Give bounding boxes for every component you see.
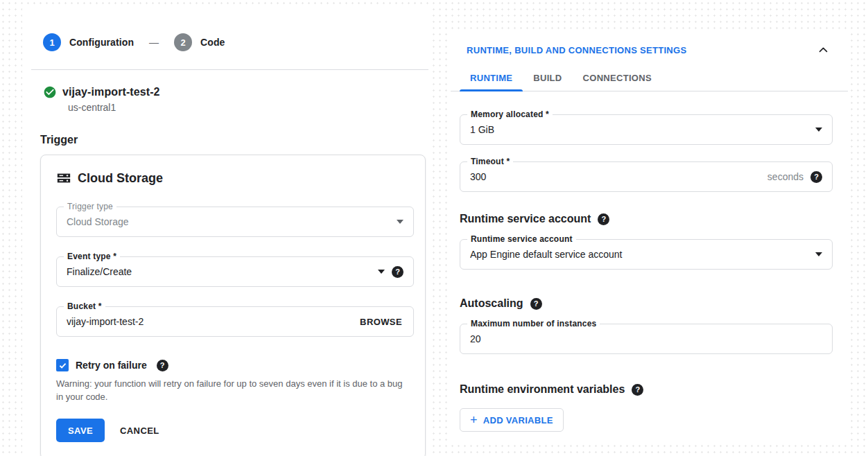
tab-runtime[interactable]: RUNTIME [460, 66, 523, 91]
trigger-actions: SAVE CANCEL [56, 419, 414, 442]
timeout-label: Timeout * [467, 157, 513, 166]
step-1-indicator[interactable]: 1 [43, 33, 61, 51]
env-variables-heading: Runtime environment variables [460, 383, 625, 396]
dropdown-arrow-icon [815, 252, 822, 256]
env-variables-section: Runtime environment variables ? [460, 383, 833, 396]
event-type-select[interactable]: Event type * Finalize/Create ? [56, 256, 414, 287]
settings-panel-body: Memory allocated * 1 GiB Timeout * secon… [451, 114, 848, 432]
bucket-field: Bucket * BROWSE [56, 306, 414, 337]
timeout-input[interactable] [470, 171, 761, 182]
step-2-indicator[interactable]: 2 [174, 33, 192, 51]
function-region: us-central1 [68, 102, 428, 113]
chevron-up-icon[interactable] [818, 45, 828, 55]
check-circle-icon [43, 85, 57, 99]
runtime-service-account-value: App Engine default service account [470, 249, 808, 260]
autoscaling-help-icon[interactable]: ? [530, 298, 542, 310]
event-type-value: Finalize/Create [67, 266, 371, 277]
retry-help-icon[interactable]: ? [157, 360, 168, 371]
trigger-card-title: Cloud Storage [78, 171, 163, 186]
retry-checkbox[interactable] [56, 359, 69, 371]
timeout-unit: seconds [767, 171, 804, 182]
timeout-help-icon[interactable]: ? [810, 171, 822, 183]
env-variables-help-icon[interactable]: ? [632, 384, 643, 396]
tab-build[interactable]: BUILD [523, 66, 572, 91]
dropdown-arrow-icon [815, 128, 822, 132]
step-1-label[interactable]: Configuration [69, 37, 134, 48]
timeout-field: Timeout * seconds ? [460, 161, 833, 192]
save-button[interactable]: SAVE [56, 419, 105, 442]
memory-allocated-select[interactable]: Memory allocated * 1 GiB [460, 114, 833, 145]
trigger-heading: Trigger [40, 134, 428, 146]
runtime-service-account-heading: Runtime service account [460, 213, 591, 225]
stepper-divider [31, 69, 428, 70]
function-name: vijay-import-test-2 [62, 86, 160, 98]
event-type-help-icon[interactable]: ? [392, 266, 403, 278]
function-header: vijay-import-test-2 [43, 85, 428, 99]
configuration-panel: 1 Configuration — 2 Code vijay-import-te… [22, 8, 428, 456]
bucket-label: Bucket * [64, 301, 105, 311]
retry-warning-text: Warning: your function will retry on fai… [56, 377, 408, 403]
max-instances-label: Maximum number of instances [467, 319, 600, 328]
max-instances-field: Maximum number of instances [460, 324, 833, 354]
memory-allocated-value: 1 GiB [470, 124, 808, 135]
runtime-service-account-label: Runtime service account [467, 234, 576, 244]
trigger-type-label: Trigger type [64, 202, 116, 211]
memory-allocated-label: Memory allocated * [467, 109, 553, 119]
runtime-service-account-help-icon[interactable]: ? [598, 213, 609, 225]
step-separator: — [149, 37, 159, 48]
max-instances-input[interactable] [470, 333, 822, 344]
retry-label[interactable]: Retry on failure [76, 360, 147, 371]
cancel-button[interactable]: CANCEL [120, 426, 159, 436]
stepper: 1 Configuration — 2 Code [22, 8, 428, 51]
settings-panel: RUNTIME, BUILD AND CONNECTIONS SETTINGS … [451, 31, 848, 445]
autoscaling-heading: Autoscaling [460, 297, 523, 310]
settings-tabs: RUNTIME BUILD CONNECTIONS [451, 66, 848, 91]
dropdown-arrow-icon [378, 270, 385, 274]
step-2-label[interactable]: Code [200, 37, 225, 48]
event-type-label: Event type * [64, 252, 120, 261]
retry-row: Retry on failure ? [56, 359, 414, 371]
add-variable-label: ADD VARIABLE [483, 415, 553, 426]
trigger-type-select[interactable]: Trigger type Cloud Storage [56, 207, 414, 237]
browse-button[interactable]: BROWSE [358, 314, 403, 330]
bucket-input[interactable] [67, 316, 351, 327]
trigger-card: Cloud Storage Trigger type Cloud Storage… [40, 155, 426, 456]
autoscaling-section: Autoscaling ? [460, 297, 833, 310]
settings-toggle-link[interactable]: RUNTIME, BUILD AND CONNECTIONS SETTINGS [467, 45, 686, 55]
add-variable-button[interactable]: + ADD VARIABLE [460, 408, 564, 432]
settings-panel-header: RUNTIME, BUILD AND CONNECTIONS SETTINGS [451, 31, 848, 66]
plus-icon: + [470, 414, 478, 426]
tab-connections[interactable]: CONNECTIONS [573, 66, 662, 91]
runtime-service-account-section: Runtime service account ? [460, 213, 833, 225]
runtime-service-account-select[interactable]: Runtime service account App Engine defau… [460, 239, 833, 270]
cloud-storage-icon [56, 170, 71, 186]
trigger-card-header: Cloud Storage [56, 170, 414, 186]
dropdown-arrow-icon [397, 220, 403, 224]
trigger-type-value: Cloud Storage [67, 216, 390, 227]
